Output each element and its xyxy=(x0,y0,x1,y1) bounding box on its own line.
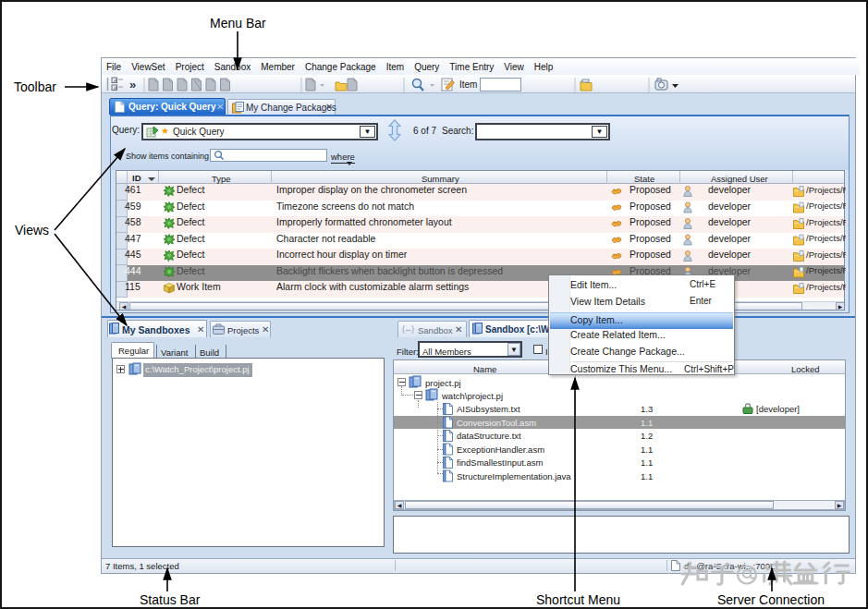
svg-text:»: » xyxy=(129,78,136,91)
